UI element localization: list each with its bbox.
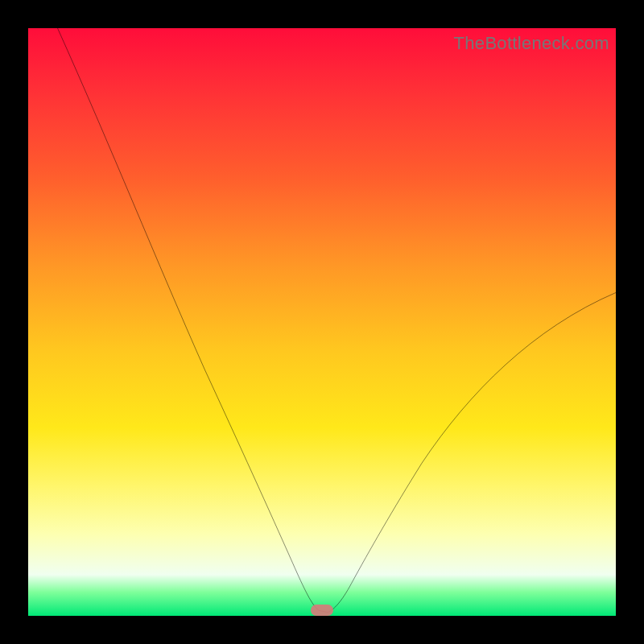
plot-area: TheBottleneck.com	[28, 28, 616, 616]
chart-frame: TheBottleneck.com	[0, 0, 644, 644]
min-marker	[311, 605, 333, 616]
watermark-text: TheBottleneck.com	[454, 33, 609, 54]
bottleneck-curve	[28, 28, 616, 616]
curve-path	[58, 28, 617, 613]
